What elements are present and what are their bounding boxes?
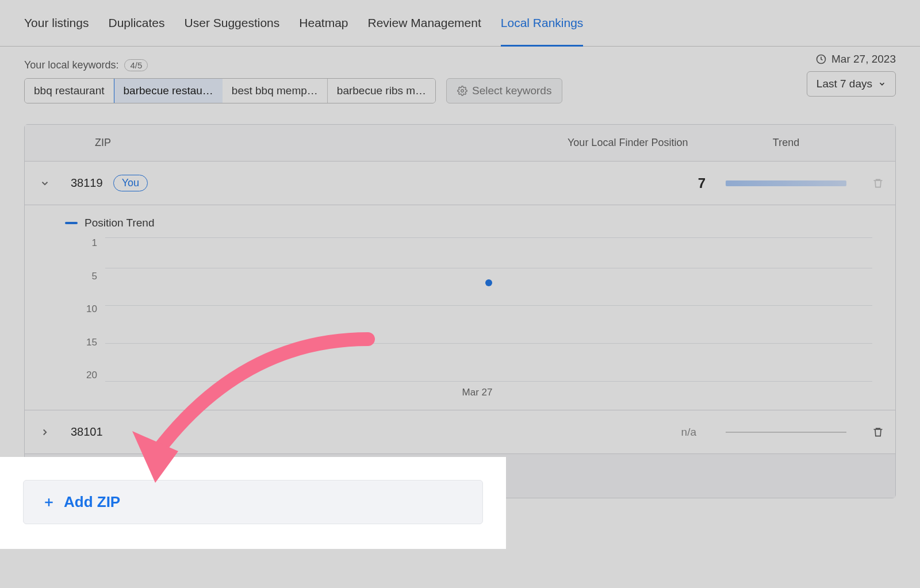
x-axis-label: Mar 27 [462, 387, 493, 398]
trend-sparkline [711, 180, 861, 186]
tab-user-suggestions[interactable]: User Suggestions [185, 16, 280, 38]
tabs-bar: Your listings Duplicates User Suggestion… [0, 0, 920, 47]
zip-value: 38119 [71, 176, 103, 190]
current-date: Mar 27, 2023 [815, 53, 896, 66]
add-zip-button[interactable]: Add ZIP [24, 481, 482, 524]
row-expand-toggle[interactable] [25, 427, 65, 437]
trend-sparkline [711, 432, 861, 433]
position-trend-chart: 1 5 10 15 20 Mar 27 [76, 237, 878, 398]
select-keywords-button[interactable]: Select keywords [446, 78, 562, 103]
chevron-down-icon [40, 178, 50, 189]
current-date-text: Mar 27, 2023 [831, 53, 896, 66]
row-expand-toggle[interactable] [25, 178, 65, 189]
position-value: n/a [562, 426, 711, 439]
zip-value: 38101 [71, 425, 103, 439]
tab-local-rankings[interactable]: Local Rankings [501, 16, 584, 47]
position-trend-panel: Position Trend 1 5 10 15 20 Mar 27 [25, 205, 895, 410]
tab-duplicates[interactable]: Duplicates [108, 16, 164, 38]
keyword-chip[interactable]: best bbq memp… [223, 79, 328, 103]
tab-review-management[interactable]: Review Management [368, 16, 481, 38]
annotation-spotlight: Add ZIP [0, 457, 506, 549]
add-zip-label: Add ZIP [64, 493, 120, 511]
delete-row-button [861, 177, 895, 190]
legend-marker [65, 222, 78, 224]
plus-icon [43, 497, 55, 508]
chevron-down-icon [878, 80, 886, 88]
date-range-button[interactable]: Last 7 days [807, 71, 896, 97]
chart-plot-area [105, 237, 872, 381]
keyword-chip[interactable]: barbecue restau… [114, 78, 223, 103]
select-keywords-label: Select keywords [472, 84, 551, 97]
chevron-right-icon [40, 427, 50, 437]
trash-icon [872, 177, 884, 190]
col-position: Your Local Finder Position [562, 137, 711, 149]
delete-row-button[interactable] [861, 426, 895, 439]
svg-point-0 [461, 90, 464, 93]
trash-icon [872, 426, 884, 439]
table-header: ZIP Your Local Finder Position Trend [25, 125, 895, 162]
keywords-label: Your local keywords: [24, 59, 118, 71]
tab-heatmap[interactable]: Heatmap [299, 16, 348, 38]
date-range-label: Last 7 days [816, 78, 872, 90]
clock-icon [815, 53, 827, 65]
gear-icon [457, 86, 467, 96]
you-badge: You [113, 175, 148, 191]
zip-table: ZIP Your Local Finder Position Trend 381… [24, 124, 896, 498]
table-row: 38101 n/a [25, 410, 895, 454]
table-row: 38119 You 7 [25, 162, 895, 205]
tab-your-listings[interactable]: Your listings [24, 16, 89, 38]
keyword-chip-group: bbq restaurant barbecue restau… best bbq… [24, 78, 436, 103]
legend-label: Position Trend [85, 217, 154, 229]
controls-area: Your local keywords: 4/5 bbq restaurant … [0, 47, 920, 110]
col-zip: ZIP [65, 137, 562, 149]
keyword-chip[interactable]: barbecue ribs m… [328, 79, 435, 103]
chart-legend: Position Trend [65, 217, 878, 229]
y-axis-labels: 1 5 10 15 20 [76, 237, 97, 381]
chart-data-point [485, 279, 492, 286]
keyword-chip[interactable]: bbq restaurant [25, 79, 114, 103]
position-value: 7 [562, 175, 711, 191]
keywords-count-badge: 4/5 [124, 59, 148, 71]
col-trend: Trend [711, 137, 861, 149]
